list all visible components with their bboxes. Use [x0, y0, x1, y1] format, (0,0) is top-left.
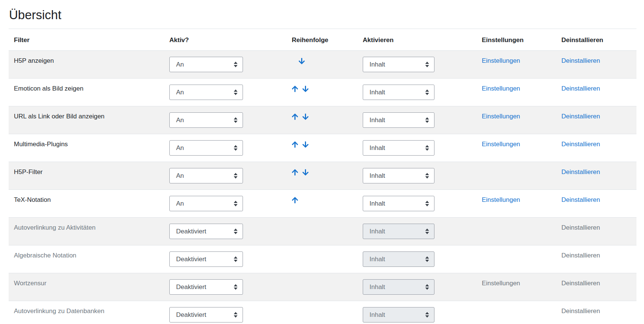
uninstall-link[interactable]: Deinstallieren: [561, 85, 600, 92]
apply-to-select[interactable]: Inhalt: [363, 140, 434, 156]
table-row: TeX-Notation An Inhalt Einstellungen Dei…: [9, 190, 636, 218]
settings-link[interactable]: Einstellungen: [482, 57, 520, 64]
select-caret-icon: [234, 89, 238, 95]
order-cell-empty: [287, 301, 357, 324]
select-caret-icon: [425, 62, 429, 67]
apply-select-value: Inhalt: [370, 228, 385, 235]
table-row: H5P-Filter An Inhalt Deinstallieren: [9, 162, 636, 190]
move-down-button[interactable]: [302, 169, 309, 176]
move-up-button[interactable]: [292, 113, 298, 120]
move-down-button[interactable]: [302, 113, 309, 120]
select-caret-icon: [234, 173, 238, 179]
filter-active-select[interactable]: An: [169, 57, 243, 72]
active-select-value: Deaktiviert: [176, 283, 206, 291]
order-cell-empty: [287, 273, 357, 301]
active-select-value: Deaktiviert: [176, 228, 206, 235]
apply-to-select[interactable]: Inhalt: [363, 85, 434, 100]
select-caret-icon: [234, 284, 238, 290]
settings-cell-empty: [477, 245, 556, 273]
select-caret-icon: [425, 89, 429, 95]
page-title: Übersicht: [9, 8, 636, 23]
column-header-settings: Einstellungen: [477, 29, 556, 50]
apply-to-select: Inhalt: [363, 251, 434, 267]
select-caret-icon: [425, 145, 429, 151]
column-header-apply: Aktivieren: [357, 29, 477, 50]
apply-to-select[interactable]: Inhalt: [363, 57, 434, 72]
arrow-down-icon: [299, 58, 305, 65]
settings-link[interactable]: Einstellungen: [482, 280, 520, 287]
filter-active-select[interactable]: Deaktiviert: [169, 251, 243, 267]
move-down-button[interactable]: [299, 58, 305, 65]
filter-name: Autoverlinkung zu Datenbanken: [9, 301, 164, 324]
select-caret-icon: [425, 117, 429, 123]
uninstall-link[interactable]: Deinstallieren: [561, 141, 600, 148]
column-header-filter: Filter: [9, 29, 164, 50]
select-caret-icon: [234, 145, 238, 151]
order-cell-empty: [287, 218, 357, 245]
apply-select-value: Inhalt: [370, 144, 385, 152]
apply-to-select[interactable]: Inhalt: [363, 168, 434, 183]
select-caret-icon: [425, 173, 429, 179]
select-caret-icon: [234, 312, 238, 318]
filter-active-select[interactable]: Deaktiviert: [169, 307, 243, 322]
filter-active-select[interactable]: Deaktiviert: [169, 279, 243, 295]
apply-to-select[interactable]: Inhalt: [363, 196, 434, 211]
arrow-up-icon: [292, 141, 298, 148]
arrow-down-icon: [302, 141, 309, 148]
apply-select-value: Inhalt: [370, 61, 385, 68]
apply-to-select: Inhalt: [363, 279, 434, 295]
select-caret-icon: [425, 284, 429, 290]
select-caret-icon: [425, 229, 429, 234]
apply-to-select: Inhalt: [363, 307, 434, 322]
arrow-down-icon: [302, 113, 309, 120]
settings-cell-empty: [477, 218, 556, 245]
uninstall-link[interactable]: Deinstallieren: [561, 280, 600, 287]
filter-name: H5P anzeigen: [9, 51, 164, 78]
active-select-value: An: [176, 117, 184, 124]
apply-select-value: Inhalt: [370, 172, 385, 180]
arrow-up-icon: [292, 85, 298, 92]
filter-name: Multimedia-Plugins: [9, 134, 164, 162]
select-caret-icon: [234, 62, 238, 67]
settings-cell-empty: [477, 162, 556, 189]
filter-name: Algebraische Notation: [9, 245, 164, 273]
table-row: Emoticon als Bild zeigen An Inhalt Einst…: [9, 79, 636, 106]
filter-active-select[interactable]: An: [169, 140, 243, 156]
select-caret-icon: [425, 312, 429, 318]
filter-active-select[interactable]: An: [169, 112, 243, 128]
table-row: URL als Link oder Bild anzeigen An Inhal…: [9, 106, 636, 134]
table-row: Autoverlinkung zu Aktivitäten Deaktivier…: [9, 218, 636, 245]
uninstall-link[interactable]: Deinstallieren: [561, 196, 600, 203]
column-header-active: Aktiv?: [164, 29, 287, 50]
settings-link[interactable]: Einstellungen: [482, 196, 520, 203]
settings-link[interactable]: Einstellungen: [482, 85, 520, 92]
filter-active-select[interactable]: An: [169, 85, 243, 100]
filter-active-select[interactable]: An: [169, 196, 243, 211]
apply-select-value: Inhalt: [370, 283, 385, 291]
uninstall-link[interactable]: Deinstallieren: [561, 252, 600, 259]
apply-to-select[interactable]: Inhalt: [363, 112, 434, 128]
move-down-button[interactable]: [302, 85, 309, 92]
settings-link[interactable]: Einstellungen: [482, 141, 520, 148]
uninstall-link[interactable]: Deinstallieren: [561, 113, 600, 120]
move-up-button[interactable]: [292, 141, 298, 148]
filter-active-select[interactable]: An: [169, 168, 243, 183]
active-select-value: An: [176, 172, 184, 180]
move-up-button[interactable]: [292, 197, 298, 204]
apply-select-value: Inhalt: [370, 89, 385, 96]
arrow-down-icon: [302, 169, 309, 176]
uninstall-link[interactable]: Deinstallieren: [561, 224, 600, 231]
uninstall-link[interactable]: Deinstallieren: [561, 307, 600, 315]
move-up-button[interactable]: [292, 85, 298, 92]
order-cell-empty: [287, 245, 357, 273]
move-up-button[interactable]: [292, 169, 298, 176]
column-header-uninstall: Deinstallieren: [556, 29, 636, 50]
move-down-button[interactable]: [302, 141, 309, 148]
filter-name: Autoverlinkung zu Aktivitäten: [9, 218, 164, 245]
settings-link[interactable]: Einstellungen: [482, 113, 520, 120]
filter-active-select[interactable]: Deaktiviert: [169, 224, 243, 239]
uninstall-link[interactable]: Deinstallieren: [561, 168, 600, 176]
uninstall-link[interactable]: Deinstallieren: [561, 57, 600, 64]
select-caret-icon: [234, 256, 238, 262]
apply-to-select: Inhalt: [363, 224, 434, 239]
